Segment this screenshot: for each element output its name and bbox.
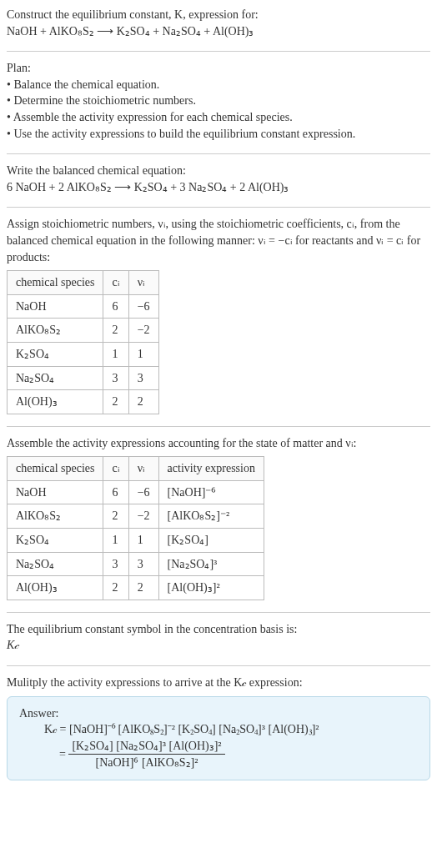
table-row: NaOH 6 −6 [NaOH]⁻⁶ [8, 480, 264, 504]
assign-text: Assign stoichiometric numbers, νᵢ, using… [7, 216, 430, 265]
cell-ci: 2 [103, 504, 128, 529]
cell-vi: −2 [128, 319, 158, 343]
col-vi: νᵢ [128, 271, 158, 295]
col-ci: cᵢ [103, 271, 128, 295]
cell-species: Na₂SO₄ [8, 552, 103, 576]
prompt-block: Construct the equilibrium constant, K, e… [7, 7, 430, 39]
table-row: Al(OH)₃ 2 2 [8, 390, 159, 414]
cell-ci: 2 [103, 319, 128, 343]
assign-block: Assign stoichiometric numbers, νᵢ, using… [7, 216, 430, 414]
divider [7, 207, 430, 208]
balanced-heading: Write the balanced chemical equation: [7, 163, 430, 179]
cell-vi: 3 [128, 552, 158, 576]
balanced-block: Write the balanced chemical equation: 6 … [7, 163, 430, 195]
cell-ci: 3 [103, 366, 128, 390]
table-row: Al(OH)₃ 2 2 [Al(OH)₃]² [8, 576, 264, 600]
col-activity: activity expression [158, 457, 264, 481]
answer-box: Answer: K𝒸 = [NaOH]⁻⁶ [AlKO₈S₂]⁻² [K₂SO₄… [7, 696, 430, 780]
equals-sign: = [44, 748, 66, 760]
plan-item: • Determine the stoichiometric numbers. [7, 93, 430, 109]
multiply-block: Mulitply the activity expressions to arr… [7, 675, 430, 780]
plan-item: • Use the activity expressions to build … [7, 126, 430, 143]
divider [7, 612, 430, 613]
table-row: NaOH 6 −6 [8, 294, 159, 319]
cell-ci: 1 [103, 529, 128, 553]
assemble-block: Assemble the activity expressions accoun… [7, 435, 430, 600]
cell-species: Al(OH)₃ [8, 576, 103, 600]
cell-species: K₂SO₄ [8, 529, 103, 553]
cell-activity: [AlKO₈S₂]⁻² [158, 504, 264, 529]
table-row: Na₂SO₄ 3 3 [8, 366, 159, 390]
table-row: K₂SO₄ 1 1 [K₂SO₄] [8, 529, 264, 553]
divider [7, 153, 430, 154]
plan-item: • Assemble the activity expression for e… [7, 109, 430, 126]
divider [7, 51, 430, 52]
plan-item: • Balance the chemical equation. [7, 77, 430, 93]
cell-vi: 2 [128, 576, 158, 600]
answer-line1: K𝒸 = [NaOH]⁻⁶ [AlKO₈S₂]⁻² [K₂SO₄] [Na₂SO… [19, 721, 418, 738]
balanced-equation: 6 NaOH + 2 AlKO₈S₂ ⟶ K₂SO₄ + 3 Na₂SO₄ + … [7, 179, 430, 196]
fraction: [K₂SO₄] [Na₂SO₄]³ [Al(OH)₃]² [NaOH]⁶ [Al… [68, 738, 224, 771]
cell-ci: 6 [103, 480, 128, 504]
table-row: K₂SO₄ 1 1 [8, 342, 159, 366]
cell-ci: 2 [103, 390, 128, 414]
fraction-denominator: [NaOH]⁶ [AlKO₈S₂]² [68, 755, 224, 771]
cell-ci: 2 [103, 576, 128, 600]
cell-vi: 3 [128, 366, 158, 390]
cell-species: AlKO₈S₂ [8, 504, 103, 529]
divider [7, 665, 430, 666]
cell-species: K₂SO₄ [8, 342, 103, 366]
table-row: AlKO₈S₂ 2 −2 [8, 319, 159, 343]
cell-species: NaOH [8, 480, 103, 504]
cell-vi: −6 [128, 480, 158, 504]
cell-vi: −2 [128, 504, 158, 529]
table-row: Na₂SO₄ 3 3 [Na₂SO₄]³ [8, 552, 264, 576]
cell-species: Al(OH)₃ [8, 390, 103, 414]
table-header-row: chemical species cᵢ νᵢ [8, 271, 159, 295]
cell-ci: 3 [103, 552, 128, 576]
cell-ci: 6 [103, 294, 128, 319]
table-row: AlKO₈S₂ 2 −2 [AlKO₈S₂]⁻² [8, 504, 264, 529]
cell-species: AlKO₈S₂ [8, 319, 103, 343]
table-header-row: chemical species cᵢ νᵢ activity expressi… [8, 457, 264, 481]
cell-vi: −6 [128, 294, 158, 319]
cell-activity: [K₂SO₄] [158, 529, 264, 553]
cell-activity: [NaOH]⁻⁶ [158, 480, 264, 504]
stoich-table: chemical species cᵢ νᵢ NaOH 6 −6 AlKO₈S₂… [7, 270, 159, 414]
plan-heading: Plan: [7, 60, 430, 77]
prompt-equation: NaOH + AlKO₈S₂ ⟶ K₂SO₄ + Na₂SO₄ + Al(OH)… [7, 23, 430, 40]
symbol-block: The equilibrium constant symbol in the c… [7, 621, 430, 654]
multiply-text: Mulitply the activity expressions to arr… [7, 675, 430, 691]
fraction-numerator: [K₂SO₄] [Na₂SO₄]³ [Al(OH)₃]² [68, 738, 224, 755]
answer-label: Answer: [19, 705, 418, 722]
kc-symbol: K𝒸 [7, 637, 430, 654]
symbol-text: The equilibrium constant symbol in the c… [7, 621, 430, 638]
divider [7, 426, 430, 427]
cell-species: Na₂SO₄ [8, 366, 103, 390]
cell-ci: 1 [103, 342, 128, 366]
cell-species: NaOH [8, 294, 103, 319]
plan-block: Plan: • Balance the chemical equation. •… [7, 60, 430, 142]
cell-vi: 2 [128, 390, 158, 414]
cell-vi: 1 [128, 529, 158, 553]
answer-line2: = [K₂SO₄] [Na₂SO₄]³ [Al(OH)₃]² [NaOH]⁶ [… [19, 738, 418, 771]
cell-activity: [Na₂SO₄]³ [158, 552, 264, 576]
col-vi: νᵢ [128, 457, 158, 481]
activity-table: chemical species cᵢ νᵢ activity expressi… [7, 456, 264, 600]
assemble-text: Assemble the activity expressions accoun… [7, 435, 430, 452]
prompt-line1: Construct the equilibrium constant, K, e… [7, 7, 430, 23]
col-ci: cᵢ [103, 457, 128, 481]
col-species: chemical species [8, 271, 103, 295]
cell-vi: 1 [128, 342, 158, 366]
cell-activity: [Al(OH)₃]² [158, 576, 264, 600]
col-species: chemical species [8, 457, 103, 481]
